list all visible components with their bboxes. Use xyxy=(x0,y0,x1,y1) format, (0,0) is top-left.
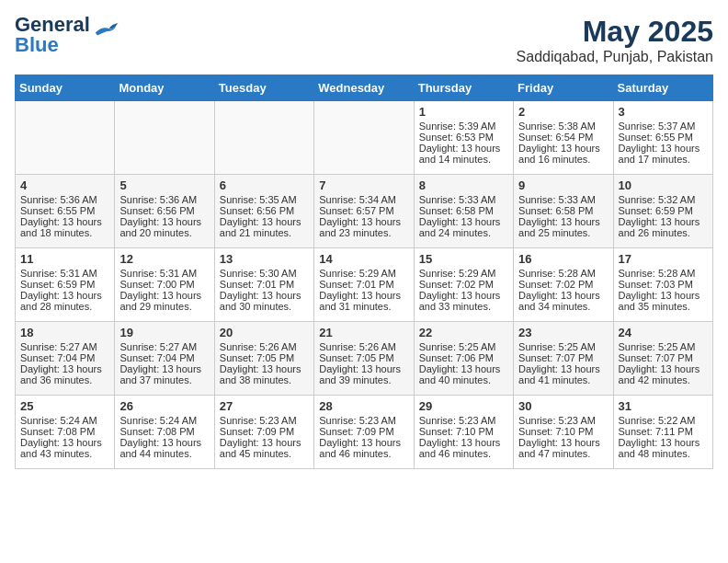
day-info: Sunset: 7:03 PM xyxy=(619,279,708,290)
day-number: 17 xyxy=(619,252,708,266)
day-info: and 33 minutes. xyxy=(419,301,508,312)
day-info: Sunrise: 5:27 AM xyxy=(119,341,209,352)
header-day-monday: Monday xyxy=(115,75,214,101)
day-info: Sunrise: 5:31 AM xyxy=(119,268,209,279)
day-info: Sunset: 7:04 PM xyxy=(119,352,209,363)
day-info: Sunrise: 5:29 AM xyxy=(319,268,408,279)
day-info: and 35 minutes. xyxy=(619,301,708,312)
day-info: Sunrise: 5:36 AM xyxy=(119,194,209,205)
day-info: Daylight: 13 hours xyxy=(619,363,708,374)
day-info: and 30 minutes. xyxy=(220,301,309,312)
calendar-cell: 13Sunrise: 5:30 AMSunset: 7:01 PMDayligh… xyxy=(214,248,313,322)
day-info: and 34 minutes. xyxy=(518,301,608,312)
day-number: 28 xyxy=(319,399,408,413)
day-number: 30 xyxy=(518,399,608,413)
day-info: Sunset: 7:07 PM xyxy=(619,352,708,363)
day-info: Sunset: 6:54 PM xyxy=(518,132,608,143)
logo-bird-icon xyxy=(92,20,119,37)
day-number: 18 xyxy=(20,326,109,339)
week-row-5: 25Sunrise: 5:24 AMSunset: 7:08 PMDayligh… xyxy=(16,396,713,469)
calendar-cell: 31Sunrise: 5:22 AMSunset: 7:11 PMDayligh… xyxy=(613,396,712,469)
day-info: Daylight: 13 hours xyxy=(518,143,608,154)
day-info: Sunrise: 5:24 AM xyxy=(119,415,209,426)
day-info: and 45 minutes. xyxy=(220,448,309,459)
day-info: Sunset: 7:07 PM xyxy=(518,352,608,363)
day-info: Sunrise: 5:24 AM xyxy=(20,415,109,426)
day-number: 14 xyxy=(319,252,408,266)
calendar-cell: 3Sunrise: 5:37 AMSunset: 6:55 PMDaylight… xyxy=(613,101,712,175)
calendar-cell: 11Sunrise: 5:31 AMSunset: 6:59 PMDayligh… xyxy=(16,248,115,322)
day-info: Sunrise: 5:27 AM xyxy=(20,341,109,352)
day-info: and 26 minutes. xyxy=(619,227,708,238)
day-info: Daylight: 13 hours xyxy=(319,290,408,301)
day-info: Daylight: 13 hours xyxy=(518,290,608,301)
day-info: Sunrise: 5:30 AM xyxy=(220,268,309,279)
day-info: and 16 minutes. xyxy=(518,154,608,165)
day-info: Daylight: 13 hours xyxy=(319,216,408,227)
week-row-3: 11Sunrise: 5:31 AMSunset: 6:59 PMDayligh… xyxy=(16,248,713,322)
calendar-cell: 10Sunrise: 5:32 AMSunset: 6:59 PMDayligh… xyxy=(613,175,712,248)
calendar-cell: 22Sunrise: 5:25 AMSunset: 7:06 PMDayligh… xyxy=(414,322,513,396)
day-info: and 41 minutes. xyxy=(518,374,608,385)
calendar-cell: 30Sunrise: 5:23 AMSunset: 7:10 PMDayligh… xyxy=(514,396,613,469)
day-number: 12 xyxy=(119,252,209,266)
day-info: Sunset: 7:10 PM xyxy=(419,426,508,437)
header-day-thursday: Thursday xyxy=(414,75,513,101)
day-info: Sunrise: 5:28 AM xyxy=(619,268,708,279)
day-info: Sunset: 7:09 PM xyxy=(319,426,408,437)
day-info: Sunrise: 5:35 AM xyxy=(220,194,309,205)
day-info: Sunrise: 5:25 AM xyxy=(518,341,608,352)
calendar-cell xyxy=(214,101,313,175)
day-info: Sunset: 7:08 PM xyxy=(20,426,109,437)
day-number: 7 xyxy=(319,178,408,192)
header-day-wednesday: Wednesday xyxy=(314,75,414,101)
day-info: Sunset: 6:59 PM xyxy=(619,205,708,216)
day-number: 20 xyxy=(220,326,309,339)
calendar-cell: 7Sunrise: 5:34 AMSunset: 6:57 PMDaylight… xyxy=(314,175,414,248)
logo: GeneralBlue xyxy=(15,15,119,55)
day-number: 1 xyxy=(419,105,508,119)
day-info: and 42 minutes. xyxy=(619,374,708,385)
location: Saddiqabad, Punjab, Pakistan xyxy=(517,49,713,65)
day-number: 8 xyxy=(419,178,508,192)
calendar-cell: 16Sunrise: 5:28 AMSunset: 7:02 PMDayligh… xyxy=(514,248,613,322)
day-number: 27 xyxy=(220,399,309,413)
day-info: Sunset: 7:01 PM xyxy=(319,279,408,290)
calendar-cell: 8Sunrise: 5:33 AMSunset: 6:58 PMDaylight… xyxy=(414,175,513,248)
day-info: Sunset: 7:04 PM xyxy=(20,352,109,363)
day-number: 10 xyxy=(619,178,708,192)
day-number: 11 xyxy=(20,252,109,266)
calendar-cell xyxy=(314,101,414,175)
day-info: Daylight: 13 hours xyxy=(119,437,209,448)
day-number: 21 xyxy=(319,326,408,339)
day-info: Daylight: 13 hours xyxy=(20,437,109,448)
day-number: 25 xyxy=(20,399,109,413)
day-info: Sunset: 6:58 PM xyxy=(518,205,608,216)
day-info: Sunrise: 5:38 AM xyxy=(518,121,608,132)
day-number: 31 xyxy=(619,399,708,413)
day-info: and 39 minutes. xyxy=(319,374,408,385)
day-info: Sunset: 7:05 PM xyxy=(319,352,408,363)
day-info: Sunrise: 5:23 AM xyxy=(518,415,608,426)
calendar-cell: 23Sunrise: 5:25 AMSunset: 7:07 PMDayligh… xyxy=(514,322,613,396)
calendar-cell: 27Sunrise: 5:23 AMSunset: 7:09 PMDayligh… xyxy=(214,396,313,469)
day-info: Sunrise: 5:31 AM xyxy=(20,268,109,279)
day-info: Sunset: 6:56 PM xyxy=(220,205,309,216)
day-info: Sunset: 6:58 PM xyxy=(419,205,508,216)
calendar-cell: 14Sunrise: 5:29 AMSunset: 7:01 PMDayligh… xyxy=(314,248,414,322)
calendar-cell: 12Sunrise: 5:31 AMSunset: 7:00 PMDayligh… xyxy=(115,248,214,322)
day-info: Daylight: 13 hours xyxy=(619,216,708,227)
day-info: Daylight: 13 hours xyxy=(119,290,209,301)
calendar-cell: 4Sunrise: 5:36 AMSunset: 6:55 PMDaylight… xyxy=(16,175,115,248)
day-info: and 29 minutes. xyxy=(119,301,209,312)
day-info: Sunrise: 5:23 AM xyxy=(419,415,508,426)
day-info: Daylight: 13 hours xyxy=(319,437,408,448)
calendar-cell: 5Sunrise: 5:36 AMSunset: 6:56 PMDaylight… xyxy=(115,175,214,248)
day-info: and 23 minutes. xyxy=(319,227,408,238)
day-info: Daylight: 13 hours xyxy=(619,437,708,448)
day-number: 5 xyxy=(119,178,209,192)
header-day-saturday: Saturday xyxy=(613,75,712,101)
day-info: Daylight: 13 hours xyxy=(119,363,209,374)
day-info: and 21 minutes. xyxy=(220,227,309,238)
day-number: 19 xyxy=(119,326,209,339)
